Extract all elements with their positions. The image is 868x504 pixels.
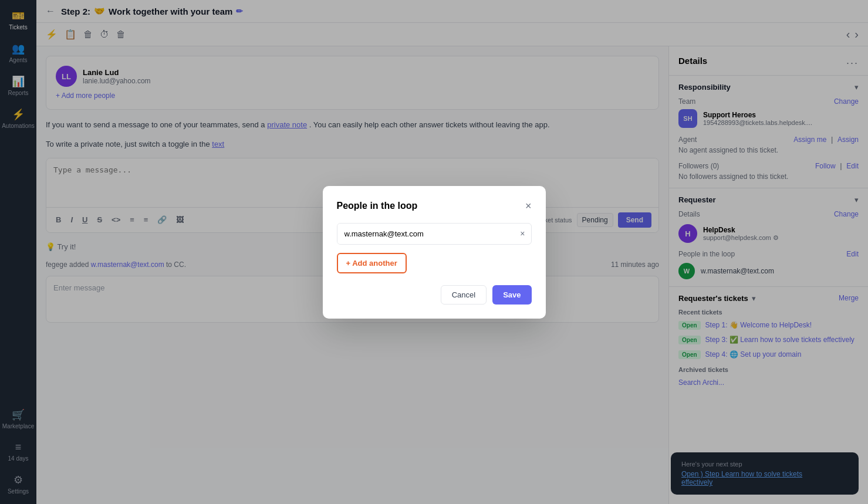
clear-email-button[interactable]: × — [514, 224, 531, 243]
people-in-loop-modal: People in the loop × × + Add another Can… — [323, 186, 546, 319]
add-another-button[interactable]: + Add another — [337, 253, 407, 273]
cancel-button[interactable]: Cancel — [441, 285, 487, 305]
modal-footer: Cancel Save — [337, 285, 532, 305]
modal-title: People in the loop — [337, 201, 418, 211]
modal-overlay[interactable]: People in the loop × × + Add another Can… — [0, 0, 868, 504]
save-button[interactable]: Save — [492, 285, 531, 305]
modal-close-button[interactable]: × — [525, 200, 532, 212]
modal-email-row: × — [337, 223, 532, 245]
modal-header: People in the loop × — [337, 200, 532, 212]
email-input[interactable] — [337, 224, 515, 244]
